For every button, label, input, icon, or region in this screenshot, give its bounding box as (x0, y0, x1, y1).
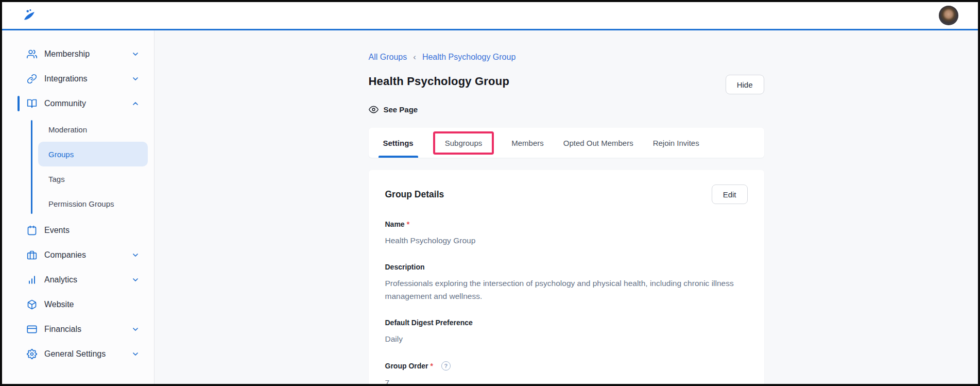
chevron-down-icon[interactable] (131, 276, 140, 284)
sidebar-item-label: Integrations (44, 74, 88, 83)
field-value: Professionals exploring the intersection… (385, 277, 748, 303)
gear-icon (27, 349, 37, 359)
field-label: Group Order (385, 362, 428, 370)
sidebar-item-moderation[interactable]: Moderation (38, 117, 148, 142)
help-icon[interactable]: ? (441, 361, 451, 371)
top-bar (2, 2, 978, 30)
field-group-order: Group Order * ? 7 (385, 361, 748, 384)
user-avatar[interactable] (939, 6, 958, 25)
eye-icon (369, 105, 379, 114)
breadcrumb: All Groups ‹ Health Psychology Group (369, 52, 764, 62)
main-panel: All Groups ‹ Health Psychology Group Hea… (154, 30, 978, 384)
sidebar-item-permission-groups[interactable]: Permission Groups (38, 191, 148, 216)
briefcase-icon (27, 250, 37, 260)
chevron-down-icon[interactable] (131, 75, 140, 83)
page-body: Membership Integrations Commu (2, 30, 978, 384)
calendar-icon (27, 225, 37, 236)
page-title: Health Psychology Group (369, 75, 510, 88)
sidebar-item-label: Financials (44, 325, 81, 334)
sidebar-item-financials[interactable]: Financials (2, 317, 154, 342)
chevron-down-icon[interactable] (131, 350, 140, 358)
sidebar-item-label: Website (44, 300, 74, 309)
breadcrumb-current: Health Psychology Group (422, 53, 515, 62)
link-icon (27, 74, 37, 84)
chevron-down-icon[interactable] (131, 50, 140, 58)
breadcrumb-separator-icon: ‹ (413, 52, 416, 62)
subnav-item-label: Permission Groups (48, 199, 114, 208)
field-default-digest-preference: Default Digest Preference Daily (385, 318, 748, 345)
breadcrumb-all-groups-link[interactable]: All Groups (369, 53, 407, 62)
field-value: 7 (385, 376, 748, 384)
field-label: Default Digest Preference (385, 318, 473, 327)
see-page-link[interactable]: See Page (369, 105, 764, 114)
book-icon (27, 98, 37, 109)
people-icon (27, 49, 37, 59)
sidebar-item-groups[interactable]: Groups (38, 142, 148, 166)
sidebar-item-label: Companies (44, 250, 86, 260)
tab-rejoin-invites[interactable]: Rejoin Invites (653, 128, 699, 158)
field-value: Health Psychology Group (385, 234, 748, 247)
sidebar-item-label: Analytics (44, 275, 77, 284)
sidebar-nav: Membership Integrations Commu (2, 30, 154, 384)
edit-button[interactable]: Edit (712, 184, 748, 204)
group-details-heading: Group Details (385, 189, 444, 200)
sidebar-item-integrations[interactable]: Integrations (2, 66, 154, 91)
sidebar-item-companies[interactable]: Companies (2, 243, 154, 267)
subgroups-annotation-highlight: Subgroups (433, 131, 494, 155)
sidebar-item-label: Membership (44, 49, 90, 59)
chevron-down-icon[interactable] (131, 325, 140, 333)
field-value: Daily (385, 332, 748, 345)
sidebar-item-label: Community (44, 99, 86, 108)
subnav-item-label: Moderation (48, 125, 87, 134)
sidebar-item-membership[interactable]: Membership (2, 42, 154, 66)
credit-card-icon (27, 324, 37, 334)
field-label: Description (385, 263, 425, 271)
sidebar-item-tags[interactable]: Tags (38, 166, 148, 191)
brand-swoosh-icon[interactable] (22, 8, 37, 23)
subnav-item-label: Tags (48, 175, 65, 183)
subnav-item-label: Groups (48, 150, 74, 159)
tab-members[interactable]: Members (511, 128, 544, 158)
community-subnav: Moderation Groups Tags Permission Groups (2, 116, 154, 218)
cube-icon (27, 299, 37, 310)
field-label: Name (385, 220, 405, 228)
group-details-card: Group Details Edit Name * Health Psychol… (369, 170, 764, 384)
sidebar-item-events[interactable]: Events (2, 218, 154, 243)
see-page-label: See Page (384, 105, 418, 114)
bar-chart-icon (27, 275, 37, 285)
tab-settings[interactable]: Settings (383, 128, 414, 158)
chevron-down-icon[interactable] (131, 251, 140, 259)
active-tab-underline (379, 156, 418, 158)
sidebar-item-label: General Settings (44, 349, 106, 359)
app-window: Membership Integrations Commu (0, 0, 980, 386)
sidebar-item-website[interactable]: Website (2, 292, 154, 317)
tab-subgroups[interactable]: Subgroups (445, 139, 483, 147)
field-description: Description Professionals exploring the … (385, 263, 748, 303)
sidebar-item-label: Events (44, 226, 70, 235)
sidebar-item-general-settings[interactable]: General Settings (2, 342, 154, 366)
active-indicator-bar (18, 96, 20, 111)
required-asterisk: * (407, 220, 409, 228)
chevron-up-icon[interactable] (131, 99, 140, 108)
hide-button[interactable]: Hide (726, 75, 764, 94)
sidebar-item-community[interactable]: Community (2, 91, 154, 116)
tab-opted-out-members[interactable]: Opted Out Members (563, 128, 633, 158)
sidebar-item-analytics[interactable]: Analytics (2, 267, 154, 292)
required-asterisk: * (431, 362, 433, 370)
group-tabs: Settings Subgroups Members Opted Out Mem… (369, 128, 764, 158)
field-name: Name * Health Psychology Group (385, 220, 748, 247)
